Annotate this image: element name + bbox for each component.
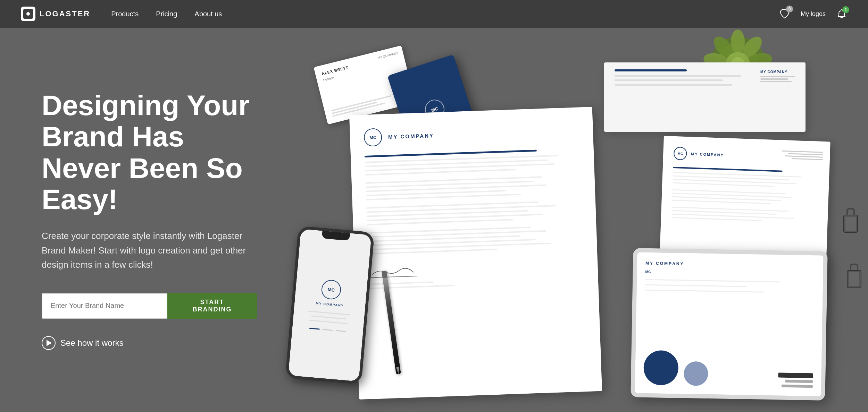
my-logos-button[interactable]: My logos <box>801 10 826 18</box>
see-how-label: See how it works <box>60 338 123 348</box>
letterhead-logo: MC <box>364 128 382 147</box>
navbar: LOGASTER Products Pricing About us 0 My … <box>0 0 868 28</box>
logo-icon-inner <box>23 9 33 19</box>
hero-heading: Designing Your Brand Has Never Been So E… <box>42 90 257 215</box>
envelope: MY COMPANY <box>604 62 806 132</box>
letterhead-lines <box>365 148 584 289</box>
brand-materials: ALEX BRETT Position MY COMPANY MC MYCOMP… <box>292 35 868 402</box>
play-triangle-icon <box>47 340 52 346</box>
nav-pricing[interactable]: Pricing <box>156 10 177 18</box>
letterhead-main: MC MY COMPANY <box>349 107 602 400</box>
pen-cap <box>382 271 387 278</box>
logo-text: LOGASTER <box>40 9 90 18</box>
tablet-color-swatches <box>643 350 813 388</box>
nav-links: Products Pricing About us <box>111 10 779 18</box>
logo-icon <box>21 7 35 21</box>
svg-point-2 <box>731 29 745 54</box>
svg-rect-16 <box>849 272 859 286</box>
nav-about[interactable]: About us <box>194 10 222 18</box>
play-circle-icon <box>42 336 56 350</box>
wishlist-button[interactable]: 0 <box>779 8 790 19</box>
hero-section: Designing Your Brand Has Never Been So E… <box>0 0 868 412</box>
letterhead-signature <box>368 266 417 278</box>
stationery-contact <box>781 151 823 160</box>
logo-icon-dot <box>26 12 30 16</box>
see-how-link[interactable]: See how it works <box>42 336 257 350</box>
logo-link[interactable]: LOGASTER <box>21 7 90 21</box>
binder-clip-icon-1 <box>840 208 861 236</box>
letterhead-company: MY COMPANY <box>388 132 434 140</box>
stationery-company: MY COMPANY <box>691 152 724 157</box>
hero-image-area: ALEX BRETT Position MY COMPANY MC MYCOMP… <box>243 28 868 412</box>
tablet-type-sample <box>778 372 813 388</box>
hero-subtext: Create your corporate style instantly wi… <box>42 229 257 272</box>
tablet-mc-text: MC <box>645 270 815 277</box>
heart-count-badge: 0 <box>786 6 793 12</box>
bell-count-badge: 1 <box>842 6 849 13</box>
hero-form: START BRANDING <box>42 293 257 319</box>
pen-tip <box>395 367 401 375</box>
binder-clip-icon-2 <box>844 264 865 291</box>
tablet-company-name: MY COMPANY <box>645 261 815 269</box>
brand-name-input[interactable] <box>42 293 167 319</box>
nav-products[interactable]: Products <box>111 10 139 18</box>
tablet-screen: MY COMPANY MC <box>635 252 823 396</box>
svg-rect-14 <box>845 217 856 231</box>
phone-logo: MC <box>321 279 342 300</box>
stationery-logo: MC <box>674 147 687 160</box>
nav-right: 0 My logos 1 <box>779 8 847 19</box>
letterhead-header: MC MY COMPANY <box>364 121 579 147</box>
phone-screen: MC MY COMPANY <box>288 229 372 381</box>
notification-button[interactable]: 1 <box>836 8 847 19</box>
binder-clip-2 <box>844 264 865 293</box>
envelope-address: MY COMPANY <box>760 69 795 82</box>
phone-bottom-nav <box>309 328 346 332</box>
hero-content: Designing Your Brand Has Never Been So E… <box>0 62 299 378</box>
tablet-device: MY COMPANY MC <box>631 248 827 401</box>
binder-clip-1 <box>840 208 861 237</box>
phone-company-name: MY COMPANY <box>316 301 344 307</box>
start-branding-button[interactable]: START BRANDING <box>167 293 257 319</box>
stationery-lines <box>671 167 819 223</box>
